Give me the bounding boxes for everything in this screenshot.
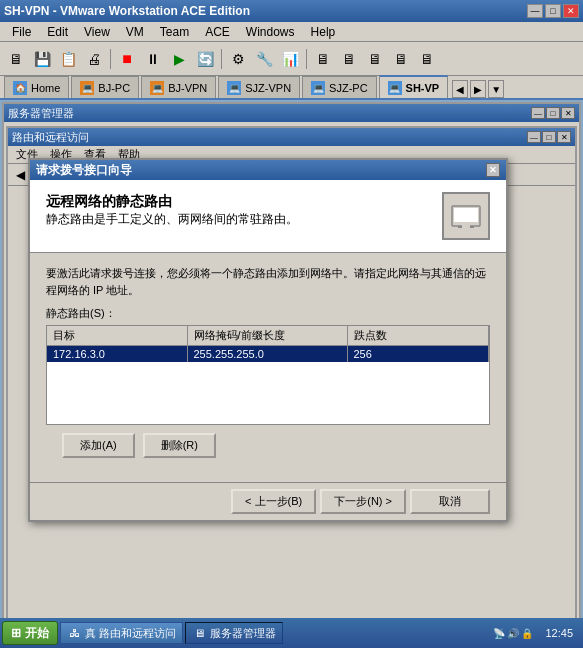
tab-nav-down[interactable]: ▼	[488, 80, 504, 98]
dialog-header-content: 远程网络的静态路由 静态路由是手工定义的、两网络间的常驻路由。	[46, 192, 298, 228]
server-mgr-title: 服务器管理器	[8, 106, 74, 121]
toolbar-btn-9[interactable]: 🖥	[337, 47, 361, 71]
toolbar-btn-2[interactable]: 💾	[30, 47, 54, 71]
sjzvpn-icon: 💻	[227, 81, 241, 95]
server-mgr-close[interactable]: ✕	[561, 107, 575, 119]
server-manager-window: 服务器管理器 — □ ✕ 路由和远程访问 — □ ✕	[2, 102, 581, 628]
wizard-dialog: 请求拨号接口向导 ✕ 远程网络的静态路由 静态路由是手工定义的、两网络间的常驻路…	[28, 158, 508, 522]
sys-tray: 📡 🔊 🔒	[489, 628, 537, 639]
toolbar-btn-5[interactable]: ⚙	[226, 47, 250, 71]
toolbar-sep-3	[306, 49, 307, 69]
server-mgr-minimize[interactable]: —	[531, 107, 545, 119]
tab-sh-vp[interactable]: 💻 SH-VP	[379, 75, 449, 98]
toolbar-btn-6[interactable]: 🔧	[252, 47, 276, 71]
routing-window: 路由和远程访问 — □ ✕ 文件 操作 查看 帮助 ◀	[6, 126, 577, 626]
tab-bar: 🏠 Home 💻 BJ-PC 💻 BJ-VPN 💻 SJZ-VPN 💻 SJZ-…	[0, 76, 583, 100]
menu-vm[interactable]: VM	[118, 23, 152, 41]
toolbar-btn-1[interactable]: 🖥	[4, 47, 28, 71]
routes-table-container[interactable]: 目标 网络掩码/前缀长度 跌点数 172.16.3.0	[46, 325, 490, 425]
svg-rect-1	[454, 208, 478, 222]
shvp-icon: 💻	[388, 81, 402, 95]
menu-help[interactable]: Help	[303, 23, 344, 41]
minimize-button[interactable]: —	[527, 4, 543, 18]
tab-sjzpc-label: SJZ-PC	[329, 82, 368, 94]
toolbar-sep-1	[110, 49, 111, 69]
delete-button[interactable]: 删除(R)	[143, 433, 216, 458]
back-button[interactable]: < 上一步(B)	[231, 489, 316, 514]
dialog-title-bar: 请求拨号接口向导 ✕	[30, 160, 506, 180]
toolbar-stop-btn[interactable]: ■	[115, 47, 139, 71]
dialog-header-title: 远程网络的静态路由	[46, 192, 298, 211]
tab-bj-vpn[interactable]: 💻 BJ-VPN	[141, 76, 216, 98]
dialog-header: 远程网络的静态路由 静态路由是手工定义的、两网络间的常驻路由。	[30, 180, 506, 253]
toolbar-btn-7[interactable]: 📊	[278, 47, 302, 71]
add-button[interactable]: 添加(A)	[62, 433, 135, 458]
routing-taskbar-icon: 🖧	[67, 626, 81, 640]
toolbar-btn-11[interactable]: 🖥	[389, 47, 413, 71]
menu-ace[interactable]: ACE	[197, 23, 238, 41]
tab-home[interactable]: 🏠 Home	[4, 76, 69, 98]
server-mgr-controls: — □ ✕	[531, 107, 575, 119]
tab-sjz-vpn[interactable]: 💻 SJZ-VPN	[218, 76, 300, 98]
toolbar-btn-4[interactable]: 🖨	[82, 47, 106, 71]
tab-nav-left[interactable]: ◀	[452, 80, 468, 98]
tab-sjz-pc[interactable]: 💻 SJZ-PC	[302, 76, 377, 98]
maximize-button[interactable]: □	[545, 4, 561, 18]
server-mgr-maximize[interactable]: □	[546, 107, 560, 119]
bjvpn-icon: 💻	[150, 81, 164, 95]
toolbar-sep-2	[221, 49, 222, 69]
menu-team[interactable]: Team	[152, 23, 197, 41]
network-icon: 📡	[493, 628, 505, 639]
col-metric: 跌点数	[347, 326, 489, 346]
toolbar-btn-10[interactable]: 🖥	[363, 47, 387, 71]
start-label: 开始	[25, 625, 49, 642]
tab-bjpc-label: BJ-PC	[98, 82, 130, 94]
menu-view[interactable]: View	[76, 23, 118, 41]
cell-mask: 255.255.255.0	[187, 346, 347, 363]
menu-edit[interactable]: Edit	[39, 23, 76, 41]
start-icon: ⊞	[11, 626, 21, 640]
tab-shvp-label: SH-VP	[406, 82, 440, 94]
tab-bj-pc[interactable]: 💻 BJ-PC	[71, 76, 139, 98]
security-icon: 🔒	[521, 628, 533, 639]
col-mask: 网络掩码/前缀长度	[187, 326, 347, 346]
dialog-overlay: 请求拨号接口向导 ✕ 远程网络的静态路由 静态路由是手工定义的、两网络间的常驻路…	[8, 128, 575, 624]
window-title: SH-VPN - VMware Workstation ACE Edition	[4, 4, 250, 18]
toolbar-pause-btn[interactable]: ⏸	[141, 47, 165, 71]
cell-metric: 256	[347, 346, 489, 363]
static-routes-label: 静态路由(S)：	[46, 306, 490, 321]
cell-target: 172.16.3.0	[47, 346, 187, 363]
next-button[interactable]: 下一步(N) >	[320, 489, 406, 514]
tab-sjzvpn-label: SJZ-VPN	[245, 82, 291, 94]
taskbar-right: 📡 🔊 🔒 12:45	[489, 625, 581, 641]
routes-table: 目标 网络掩码/前缀长度 跌点数 172.16.3.0	[47, 326, 489, 362]
menu-file[interactable]: File	[4, 23, 39, 41]
sjzpc-icon: 💻	[311, 81, 325, 95]
home-icon: 🏠	[13, 81, 27, 95]
menu-windows[interactable]: Windows	[238, 23, 303, 41]
close-button[interactable]: ✕	[563, 4, 579, 18]
svg-rect-3	[462, 224, 470, 228]
taskbar-item-server[interactable]: 🖥 服务器管理器	[185, 622, 283, 644]
toolbar-refresh-btn[interactable]: 🔄	[193, 47, 217, 71]
taskbar-item-routing[interactable]: 🖧 真 路由和远程访问	[60, 622, 183, 644]
toolbar-btn-8[interactable]: 🖥	[311, 47, 335, 71]
tab-bjvpn-label: BJ-VPN	[168, 82, 207, 94]
table-row[interactable]: 172.16.3.0 255.255.255.0 256	[47, 346, 489, 363]
dialog-header-desc: 静态路由是手工定义的、两网络间的常驻路由。	[46, 211, 298, 228]
dialog-body-text: 要激活此请求拨号连接，您必须将一个静态路由添加到网络中。请指定此网络与其通信的远…	[46, 265, 490, 298]
vmware-window: SH-VPN - VMware Workstation ACE Edition …	[0, 0, 583, 648]
toolbar-btn-3[interactable]: 📋	[56, 47, 80, 71]
start-button[interactable]: ⊞ 开始	[2, 621, 58, 645]
tab-home-label: Home	[31, 82, 60, 94]
col-target: 目标	[47, 326, 187, 346]
title-bar-controls: — □ ✕	[527, 4, 579, 18]
dialog-close-button[interactable]: ✕	[486, 163, 500, 177]
menu-bar: File Edit View VM Team ACE Windows Help	[0, 22, 583, 42]
dialog-header-icon	[442, 192, 490, 240]
taskbar-routing-label: 真 路由和远程访问	[85, 626, 176, 641]
toolbar-btn-12[interactable]: 🖥	[415, 47, 439, 71]
toolbar-play-btn[interactable]: ▶	[167, 47, 191, 71]
tab-nav-right[interactable]: ▶	[470, 80, 486, 98]
cancel-button[interactable]: 取消	[410, 489, 490, 514]
